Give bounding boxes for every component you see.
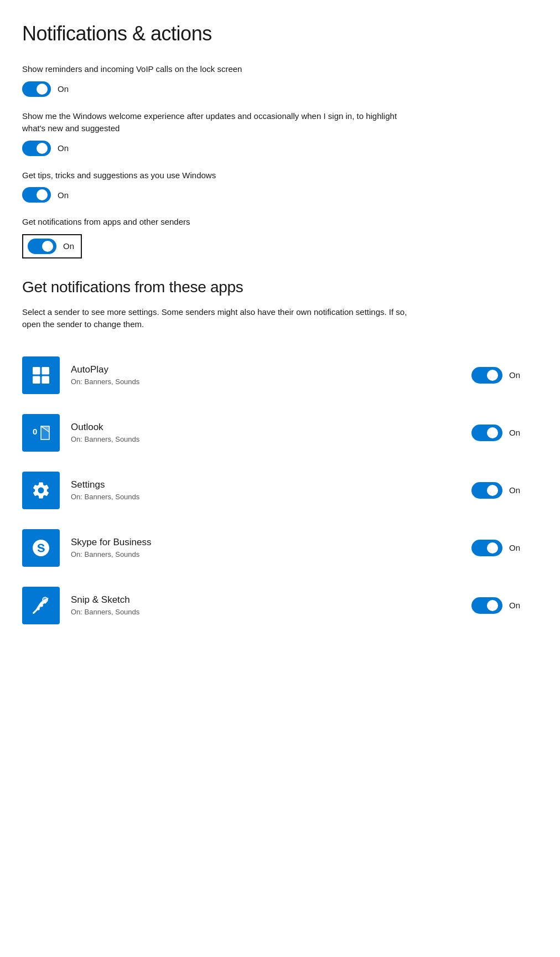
- settings-icon: [22, 472, 60, 509]
- settings-toggle-label: On: [509, 485, 520, 495]
- skype-business-info: Skype for Business On: Banners, Sounds: [71, 537, 471, 558]
- autoplay-status: On: Banners, Sounds: [71, 377, 471, 386]
- snip-sketch-info: Snip & Sketch On: Banners, Sounds: [71, 594, 471, 616]
- apps-section-title: Get notifications from these apps: [22, 278, 538, 296]
- toggle-autoplay[interactable]: [471, 367, 502, 384]
- svg-point-7: [43, 597, 48, 602]
- setting-lock-screen-voip-toggle-row: On: [22, 81, 538, 97]
- setting-notifications-apps-toggle-row: On: [22, 234, 82, 258]
- app-item-settings[interactable]: Settings On: Banners, Sounds On: [22, 462, 538, 519]
- setting-lock-screen-voip-description: Show reminders and incoming VoIP calls o…: [22, 63, 421, 76]
- setting-tips-tricks-toggle-row: On: [22, 187, 538, 203]
- skype-business-toggle-area: On: [471, 540, 538, 556]
- setting-windows-welcome: Show me the Windows welcome experience a…: [22, 110, 538, 156]
- outlook-info: Outlook On: Banners, Sounds: [71, 422, 471, 443]
- toggle-notifications-apps-label: On: [63, 241, 74, 251]
- settings-info: Settings On: Banners, Sounds: [71, 479, 471, 501]
- svg-rect-0: [33, 367, 40, 375]
- toggle-windows-welcome[interactable]: [22, 141, 51, 156]
- app-item-outlook[interactable]: 0 Outlook On: Banners, Sounds O: [22, 404, 538, 462]
- svg-rect-1: [42, 367, 50, 375]
- toggle-notifications-apps[interactable]: [28, 239, 56, 254]
- apps-section-subtitle: Select a sender to see more settings. So…: [22, 306, 421, 331]
- apps-section: Get notifications from these apps Select…: [22, 278, 538, 634]
- toggle-snip-sketch[interactable]: [471, 597, 502, 614]
- snip-sketch-toggle-area: On: [471, 597, 538, 614]
- setting-notifications-apps-description: Get notifications from apps and other se…: [22, 216, 421, 229]
- autoplay-name: AutoPlay: [71, 364, 471, 375]
- skype-business-status: On: Banners, Sounds: [71, 550, 471, 558]
- outlook-icon: 0: [22, 414, 60, 452]
- setting-tips-tricks-description: Get tips, tricks and suggestions as you …: [22, 169, 421, 182]
- app-item-snip-sketch[interactable]: Snip & Sketch On: Banners, Sounds On: [22, 577, 538, 634]
- setting-notifications-apps: Get notifications from apps and other se…: [22, 216, 538, 258]
- snip-sketch-name: Snip & Sketch: [71, 594, 471, 606]
- autoplay-toggle-area: On: [471, 367, 538, 384]
- snip-sketch-status: On: Banners, Sounds: [71, 608, 471, 616]
- skype-business-toggle-label: On: [509, 543, 520, 552]
- autoplay-toggle-label: On: [509, 370, 520, 380]
- toggle-lock-screen-voip[interactable]: [22, 81, 51, 97]
- setting-lock-screen-voip: Show reminders and incoming VoIP calls o…: [22, 63, 538, 97]
- setting-tips-tricks: Get tips, tricks and suggestions as you …: [22, 169, 538, 203]
- svg-text:0: 0: [33, 427, 37, 436]
- app-item-autoplay[interactable]: AutoPlay On: Banners, Sounds On: [22, 346, 538, 404]
- outlook-status: On: Banners, Sounds: [71, 435, 471, 443]
- autoplay-info: AutoPlay On: Banners, Sounds: [71, 364, 471, 386]
- settings-toggle-area: On: [471, 482, 538, 499]
- app-item-skype-business[interactable]: Skype for Business On: Banners, Sounds O…: [22, 519, 538, 577]
- skype-business-icon: [22, 529, 60, 567]
- setting-windows-welcome-description: Show me the Windows welcome experience a…: [22, 110, 421, 135]
- outlook-toggle-label: On: [509, 428, 520, 437]
- svg-rect-3: [42, 376, 50, 384]
- app-list: AutoPlay On: Banners, Sounds On 0: [22, 346, 538, 634]
- toggle-tips-tricks-label: On: [58, 190, 69, 200]
- svg-rect-2: [33, 376, 40, 384]
- toggle-windows-welcome-label: On: [58, 143, 69, 153]
- toggle-outlook[interactable]: [471, 425, 502, 441]
- toggle-skype-business[interactable]: [471, 540, 502, 556]
- toggle-settings[interactable]: [471, 482, 502, 499]
- toggle-tips-tricks[interactable]: [22, 187, 51, 203]
- outlook-toggle-area: On: [471, 425, 538, 441]
- autoplay-icon: [22, 356, 60, 394]
- settings-app-name: Settings: [71, 479, 471, 490]
- setting-windows-welcome-toggle-row: On: [22, 141, 538, 156]
- settings-app-status: On: Banners, Sounds: [71, 493, 471, 501]
- outlook-name: Outlook: [71, 422, 471, 433]
- snip-sketch-icon: [22, 587, 60, 624]
- skype-business-name: Skype for Business: [71, 537, 471, 548]
- toggle-lock-screen-voip-label: On: [58, 84, 69, 94]
- snip-sketch-toggle-label: On: [509, 601, 520, 610]
- page-title: Notifications & actions: [22, 22, 538, 45]
